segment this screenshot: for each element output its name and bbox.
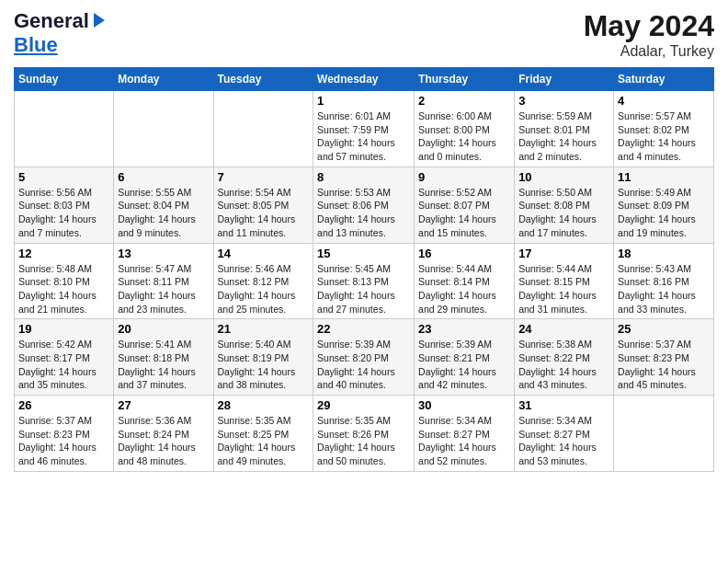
col-friday: Friday <box>515 68 614 91</box>
table-row: 27Sunrise: 5:36 AM Sunset: 8:24 PM Dayli… <box>114 396 213 472</box>
day-number: 9 <box>418 170 510 184</box>
table-row: 24Sunrise: 5:38 AM Sunset: 8:22 PM Dayli… <box>515 319 614 396</box>
day-number: 15 <box>317 247 410 260</box>
day-info: Sunrise: 5:39 AM Sunset: 8:21 PM Dayligh… <box>418 338 510 392</box>
table-row: 4Sunrise: 5:57 AM Sunset: 8:02 PM Daylig… <box>614 91 714 167</box>
calendar-week-row: 12Sunrise: 5:48 AM Sunset: 8:10 PM Dayli… <box>15 243 714 319</box>
table-row <box>114 91 213 167</box>
day-info: Sunrise: 6:01 AM Sunset: 7:59 PM Dayligh… <box>317 109 410 164</box>
col-saturday: Saturday <box>614 68 714 91</box>
table-row: 15Sunrise: 5:45 AM Sunset: 8:13 PM Dayli… <box>313 243 415 319</box>
day-number: 8 <box>317 170 410 184</box>
table-row: 23Sunrise: 5:39 AM Sunset: 8:21 PM Dayli… <box>415 319 515 396</box>
day-info: Sunrise: 5:37 AM Sunset: 8:23 PM Dayligh… <box>18 414 109 468</box>
table-row: 6Sunrise: 5:55 AM Sunset: 8:04 PM Daylig… <box>114 167 213 243</box>
day-info: Sunrise: 5:50 AM Sunset: 8:08 PM Dayligh… <box>518 186 609 240</box>
day-number: 11 <box>618 170 710 184</box>
logo-blue: Blue <box>14 33 58 56</box>
page-header: General Blue May 2024 Adalar, Turkey <box>14 9 714 60</box>
day-info: Sunrise: 5:42 AM Sunset: 8:17 PM Dayligh… <box>18 338 109 392</box>
day-number: 31 <box>518 398 609 412</box>
day-number: 22 <box>317 322 410 336</box>
table-row <box>614 396 714 472</box>
day-number: 19 <box>18 322 109 336</box>
table-row: 16Sunrise: 5:44 AM Sunset: 8:14 PM Dayli… <box>415 243 515 319</box>
day-info: Sunrise: 5:34 AM Sunset: 8:27 PM Dayligh… <box>518 414 609 468</box>
day-info: Sunrise: 5:35 AM Sunset: 8:25 PM Dayligh… <box>218 414 310 468</box>
day-info: Sunrise: 5:55 AM Sunset: 8:04 PM Dayligh… <box>118 186 209 240</box>
calendar-week-row: 19Sunrise: 5:42 AM Sunset: 8:17 PM Dayli… <box>15 319 714 396</box>
day-info: Sunrise: 5:40 AM Sunset: 8:19 PM Dayligh… <box>218 338 310 392</box>
svg-marker-0 <box>94 13 105 28</box>
day-number: 30 <box>418 398 510 412</box>
day-info: Sunrise: 5:44 AM Sunset: 8:15 PM Dayligh… <box>518 262 609 316</box>
day-number: 26 <box>18 398 109 412</box>
col-tuesday: Tuesday <box>213 68 313 91</box>
day-number: 25 <box>618 322 710 336</box>
table-row: 25Sunrise: 5:37 AM Sunset: 8:23 PM Dayli… <box>614 319 714 396</box>
day-number: 13 <box>118 247 209 260</box>
calendar-week-row: 5Sunrise: 5:56 AM Sunset: 8:03 PM Daylig… <box>15 167 714 243</box>
day-info: Sunrise: 5:52 AM Sunset: 8:07 PM Dayligh… <box>418 186 510 240</box>
table-row: 18Sunrise: 5:43 AM Sunset: 8:16 PM Dayli… <box>614 243 714 319</box>
table-row: 14Sunrise: 5:46 AM Sunset: 8:12 PM Dayli… <box>213 243 313 319</box>
title-block: May 2024 Adalar, Turkey <box>584 9 714 60</box>
day-number: 2 <box>418 94 510 108</box>
table-row: 5Sunrise: 5:56 AM Sunset: 8:03 PM Daylig… <box>15 167 114 243</box>
table-row <box>213 91 313 167</box>
table-row: 26Sunrise: 5:37 AM Sunset: 8:23 PM Dayli… <box>15 396 114 472</box>
table-row: 31Sunrise: 5:34 AM Sunset: 8:27 PM Dayli… <box>515 396 614 472</box>
day-info: Sunrise: 6:00 AM Sunset: 8:00 PM Dayligh… <box>418 109 510 164</box>
day-info: Sunrise: 5:43 AM Sunset: 8:16 PM Dayligh… <box>618 262 710 316</box>
day-info: Sunrise: 5:53 AM Sunset: 8:06 PM Dayligh… <box>317 186 410 240</box>
day-number: 20 <box>118 322 209 336</box>
table-row: 13Sunrise: 5:47 AM Sunset: 8:11 PM Dayli… <box>114 243 213 319</box>
col-thursday: Thursday <box>415 68 515 91</box>
day-number: 28 <box>218 398 310 412</box>
day-number: 10 <box>518 170 609 184</box>
location: Adalar, Turkey <box>584 43 714 60</box>
table-row: 1Sunrise: 6:01 AM Sunset: 7:59 PM Daylig… <box>313 91 415 167</box>
day-number: 5 <box>18 170 109 184</box>
table-row: 19Sunrise: 5:42 AM Sunset: 8:17 PM Dayli… <box>15 319 114 396</box>
day-info: Sunrise: 5:39 AM Sunset: 8:20 PM Dayligh… <box>317 338 410 392</box>
logo-arrow-icon <box>90 11 108 29</box>
day-info: Sunrise: 5:45 AM Sunset: 8:13 PM Dayligh… <box>317 262 410 316</box>
table-row: 17Sunrise: 5:44 AM Sunset: 8:15 PM Dayli… <box>515 243 614 319</box>
day-number: 1 <box>317 94 410 108</box>
month-year: May 2024 <box>584 9 714 43</box>
col-monday: Monday <box>114 68 213 91</box>
table-row <box>15 91 114 167</box>
table-row: 29Sunrise: 5:35 AM Sunset: 8:26 PM Dayli… <box>313 396 415 472</box>
table-row: 28Sunrise: 5:35 AM Sunset: 8:25 PM Dayli… <box>213 396 313 472</box>
table-row: 9Sunrise: 5:52 AM Sunset: 8:07 PM Daylig… <box>415 167 515 243</box>
day-info: Sunrise: 5:41 AM Sunset: 8:18 PM Dayligh… <box>118 338 209 392</box>
table-row: 3Sunrise: 5:59 AM Sunset: 8:01 PM Daylig… <box>515 91 614 167</box>
day-info: Sunrise: 5:36 AM Sunset: 8:24 PM Dayligh… <box>118 414 209 468</box>
day-number: 23 <box>418 322 510 336</box>
table-row: 10Sunrise: 5:50 AM Sunset: 8:08 PM Dayli… <box>515 167 614 243</box>
table-row: 7Sunrise: 5:54 AM Sunset: 8:05 PM Daylig… <box>213 167 313 243</box>
logo-general: General <box>14 9 89 33</box>
day-number: 17 <box>518 247 609 260</box>
day-info: Sunrise: 5:38 AM Sunset: 8:22 PM Dayligh… <box>518 338 609 392</box>
day-info: Sunrise: 5:37 AM Sunset: 8:23 PM Dayligh… <box>618 338 710 392</box>
table-row: 30Sunrise: 5:34 AM Sunset: 8:27 PM Dayli… <box>415 396 515 472</box>
calendar-header-row: Sunday Monday Tuesday Wednesday Thursday… <box>15 68 714 91</box>
table-row: 22Sunrise: 5:39 AM Sunset: 8:20 PM Dayli… <box>313 319 415 396</box>
day-info: Sunrise: 5:59 AM Sunset: 8:01 PM Dayligh… <box>518 109 609 164</box>
day-number: 14 <box>218 247 310 260</box>
day-info: Sunrise: 5:34 AM Sunset: 8:27 PM Dayligh… <box>418 414 510 468</box>
day-number: 18 <box>618 247 710 260</box>
day-info: Sunrise: 5:35 AM Sunset: 8:26 PM Dayligh… <box>317 414 410 468</box>
day-number: 16 <box>418 247 510 260</box>
day-number: 21 <box>218 322 310 336</box>
table-row: 12Sunrise: 5:48 AM Sunset: 8:10 PM Dayli… <box>15 243 114 319</box>
table-row: 11Sunrise: 5:49 AM Sunset: 8:09 PM Dayli… <box>614 167 714 243</box>
day-number: 12 <box>18 247 109 260</box>
day-number: 3 <box>518 94 609 108</box>
col-wednesday: Wednesday <box>313 68 415 91</box>
day-number: 27 <box>118 398 209 412</box>
day-info: Sunrise: 5:49 AM Sunset: 8:09 PM Dayligh… <box>618 186 710 240</box>
logo: General Blue <box>14 9 108 57</box>
